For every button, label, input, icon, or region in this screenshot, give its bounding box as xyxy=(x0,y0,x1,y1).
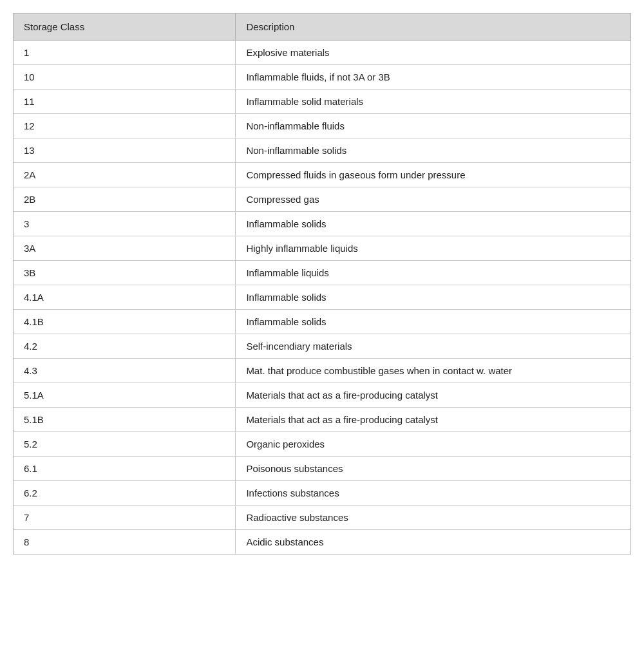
description-cell: Organic peroxides xyxy=(236,432,630,457)
table-row: 2ACompressed fluids in gaseous form unde… xyxy=(14,163,630,187)
description-cell: Self-incendiary materials xyxy=(236,334,630,359)
storage-class-cell: 4.3 xyxy=(14,359,236,383)
table-row: 7Radioactive substances xyxy=(14,506,630,530)
description-cell: Inflammable solid materials xyxy=(236,90,630,114)
table-row: 5.2Organic peroxides xyxy=(14,432,630,457)
storage-class-cell: 6.1 xyxy=(14,457,236,481)
table-row: 13Non-inflammable solids xyxy=(14,138,630,163)
table-row: 5.1BMaterials that act as a fire-produci… xyxy=(14,408,630,432)
storage-class-cell: 13 xyxy=(14,138,236,163)
table-row: 12Non-inflammable fluids xyxy=(14,114,630,138)
storage-class-cell: 3B xyxy=(14,261,236,285)
description-cell: Explosive materials xyxy=(236,41,630,65)
table-row: 5.1AMaterials that act as a fire-produci… xyxy=(14,383,630,408)
storage-class-cell: 2A xyxy=(14,163,236,187)
storage-class-cell: 8 xyxy=(14,530,236,554)
storage-class-cell: 10 xyxy=(14,65,236,90)
storage-class-cell: 3A xyxy=(14,236,236,261)
description-cell: Mat. that produce combustible gases when… xyxy=(236,359,630,383)
storage-class-cell: 1 xyxy=(14,41,236,65)
description-cell: Non-inflammable solids xyxy=(236,138,630,163)
storage-class-table: Storage Class Description 1Explosive mat… xyxy=(13,13,631,554)
description-cell: Acidic substances xyxy=(236,530,630,554)
storage-class-cell: 7 xyxy=(14,506,236,530)
table-row: 6.1Poisonous substances xyxy=(14,457,630,481)
description-cell: Radioactive substances xyxy=(236,506,630,530)
description-cell: Inflammable solids xyxy=(236,285,630,310)
storage-class-cell: 6.2 xyxy=(14,481,236,506)
table-row: 6.2Infections substances xyxy=(14,481,630,506)
table-row: 1Explosive materials xyxy=(14,41,630,65)
storage-class-cell: 4.1A xyxy=(14,285,236,310)
description-cell: Highly inflammable liquids xyxy=(236,236,630,261)
table-row: 4.1BInflammable solids xyxy=(14,310,630,334)
storage-class-cell: 11 xyxy=(14,90,236,114)
storage-class-cell: 5.1A xyxy=(14,383,236,408)
storage-class-cell: 4.1B xyxy=(14,310,236,334)
description-cell: Materials that act as a fire-producing c… xyxy=(236,383,630,408)
table-row: 4.3Mat. that produce combustible gases w… xyxy=(14,359,630,383)
description-cell: Infections substances xyxy=(236,481,630,506)
table-row: 10Inflammable fluids, if not 3A or 3B xyxy=(14,65,630,90)
description-cell: Compressed gas xyxy=(236,187,630,212)
description-cell: Inflammable solids xyxy=(236,310,630,334)
description-cell: Inflammable solids xyxy=(236,212,630,236)
storage-class-cell: 12 xyxy=(14,114,236,138)
table-row: 4.1AInflammable solids xyxy=(14,285,630,310)
storage-class-cell: 5.1B xyxy=(14,408,236,432)
storage-class-cell: 2B xyxy=(14,187,236,212)
table-row: 3AHighly inflammable liquids xyxy=(14,236,630,261)
description-cell: Materials that act as a fire-producing c… xyxy=(236,408,630,432)
description-cell: Non-inflammable fluids xyxy=(236,114,630,138)
table-row: 2BCompressed gas xyxy=(14,187,630,212)
column-header-storage-class: Storage Class xyxy=(14,14,236,41)
description-cell: Inflammable liquids xyxy=(236,261,630,285)
table-row: 8Acidic substances xyxy=(14,530,630,554)
description-cell: Compressed fluids in gaseous form under … xyxy=(236,163,630,187)
storage-class-cell: 4.2 xyxy=(14,334,236,359)
table-row: 4.2Self-incendiary materials xyxy=(14,334,630,359)
description-cell: Poisonous substances xyxy=(236,457,630,481)
table-header-row: Storage Class Description xyxy=(14,14,630,41)
table-row: 11Inflammable solid materials xyxy=(14,90,630,114)
table-row: 3Inflammable solids xyxy=(14,212,630,236)
column-header-description: Description xyxy=(236,14,630,41)
description-cell: Inflammable fluids, if not 3A or 3B xyxy=(236,65,630,90)
storage-class-cell: 3 xyxy=(14,212,236,236)
table-row: 3BInflammable liquids xyxy=(14,261,630,285)
storage-class-cell: 5.2 xyxy=(14,432,236,457)
